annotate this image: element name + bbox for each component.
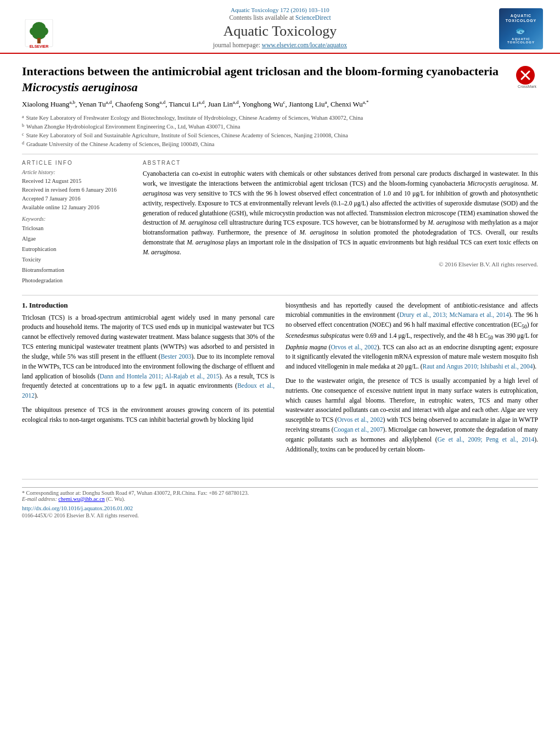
article-footer: * Corresponding author at: Donghu South … [22, 479, 538, 518]
article-title-section: Interactions between the antimicrobial a… [22, 64, 538, 95]
ref-bester2003[interactable]: Bester 2003 [161, 353, 192, 360]
section-divider-2 [22, 295, 538, 295]
ref-orvos2002b[interactable]: Orvos et al., 2002 [337, 416, 383, 423]
aquatic-toxicology-logo-img: AQUATICTOXIcoLOGY 🐟 AQUATIC TOXICOLOGY [499, 8, 543, 49]
keyword-biotransformation: Biotransformation [22, 265, 132, 276]
keyword-triclosan: Triclosan [22, 224, 132, 234]
keyword-eutrophication: Eutrophication [22, 244, 132, 255]
keywords-list: Triclosan Algae Eutrophication Toxicity … [22, 224, 132, 286]
svg-text:ELSEVIER: ELSEVIER [30, 44, 49, 48]
ref-bedoux2012[interactable]: Bedoux et al., 2012 [22, 382, 275, 399]
crossmark-label: CrossMark [516, 85, 538, 88]
aquatic-toxicology-logo-box: AQUATICTOXIcoLOGY 🐟 AQUATIC TOXICOLOGY [491, 8, 551, 53]
svg-rect-5 [37, 38, 41, 43]
doi-link[interactable]: http://dx.doi.org/10.1016/j.aquatox.2016… [22, 505, 133, 511]
crossmark-badge[interactable]: CrossMark [516, 66, 538, 88]
email-link[interactable]: chemi.wu@ihb.ac.cn [58, 496, 104, 502]
crossmark-circle [516, 66, 535, 85]
ref-raut2010[interactable]: Raut and Angus 2010; Ishibashi et al., 2… [423, 363, 533, 370]
aquatic-logo-text-bottom: AQUATIC TOXICOLOGY [501, 37, 541, 44]
footer-issn: 0166-445X/© 2016 Elsevier B.V. All right… [22, 512, 538, 518]
ref-ge2009[interactable]: Ge et al., 2009; Peng et al., 2014 [438, 436, 535, 443]
article-info-heading: ARTICLE INFO [22, 160, 132, 166]
abstract-heading: ABSTRACT [143, 160, 538, 166]
section1-right-para2: Due to the wastewater origin, the presen… [285, 376, 538, 455]
aquatic-logo-fish-icon: 🐟 [515, 24, 527, 36]
received-revised-date: Received in revised form 6 January 2016 [22, 186, 132, 194]
sciencedirect-link[interactable]: ScienceDirect [295, 14, 331, 21]
article-info-abstract: ARTICLE INFO Article history: Received 1… [22, 160, 538, 286]
article-history-label: Article history: [22, 169, 132, 175]
ref-dann2011[interactable]: Dann and Hontela 2011; Al-Rajab et al., … [100, 373, 220, 380]
footer-doi: http://dx.doi.org/10.1016/j.aquatox.2016… [22, 505, 538, 511]
section1-title: 1. Introduction [22, 301, 275, 310]
accepted-date: Accepted 7 January 2016 [22, 194, 132, 203]
keyword-photodegradation: Photodegradation [22, 276, 132, 286]
abstract-text: Cyanobacteria can co-exist in eutrophic … [143, 169, 538, 257]
affiliations: aState Key Laboratory of Freshwater Ecol… [22, 114, 538, 148]
ref-orvos2002[interactable]: Orvos et al., 2002 [331, 344, 377, 350]
ref-drury2013[interactable]: Drury et al., 2013; McNamara et al., 201… [399, 311, 509, 318]
authors-line: Xiaolong Huanga,b, Yenan Tua,d, Chaofeng… [22, 98, 538, 110]
elsevier-logo: ELSEVIER [9, 19, 69, 53]
section1-right-para1: biosynthesis and has reportedly caused t… [285, 301, 538, 372]
article-title: Interactions between the antimicrobial a… [22, 64, 516, 95]
footnote-corresponding: * Corresponding author at: Donghu South … [22, 487, 538, 502]
homepage-line: journal homepage: www.elsevier.com/locat… [69, 42, 491, 48]
keyword-algae: Algae [22, 234, 132, 244]
journal-title-header: Aquatic Toxicology [69, 23, 491, 40]
journal-header: ELSEVIER Aquatic Toxicology 172 (2016) 1… [0, 0, 560, 54]
col-left: 1. Introduction Triclosan (TCS) is a bro… [22, 301, 275, 459]
two-col-body: 1. Introduction Triclosan (TCS) is a bro… [22, 301, 538, 459]
aquatic-logo-text-top: AQUATICTOXIcoLOGY [506, 14, 537, 23]
article-info-col: ARTICLE INFO Article history: Received 1… [22, 160, 132, 286]
header-center: Aquatic Toxicology 172 (2016) 103–110 Co… [69, 4, 491, 53]
keywords-label: Keywords: [22, 216, 132, 222]
ref-coogan2007[interactable]: Coogan et al., 2007 [334, 426, 383, 433]
copyright-line: © 2016 Elsevier B.V. All rights reserved… [143, 261, 538, 267]
contents-available-line: Contents lists available at ScienceDirec… [69, 14, 491, 21]
available-online-date: Available online 12 January 2016 [22, 203, 132, 212]
keyword-toxicity: Toxicity [22, 255, 132, 265]
section-divider-1 [22, 154, 538, 154]
section1-para2: The ubiquitous presence of TCS in the en… [22, 405, 275, 425]
section1-para1: Triclosan (TCS) is a broad-spectrum anti… [22, 313, 275, 401]
col-right: biosynthesis and has reportedly caused t… [285, 301, 538, 459]
homepage-link[interactable]: www.elsevier.com/locate/aquatox [262, 42, 347, 48]
received-date: Received 12 August 2015 [22, 177, 132, 186]
abstract-col: ABSTRACT Cyanobacteria can co-exist in e… [143, 160, 538, 286]
article-body: Interactions between the antimicrobial a… [0, 54, 560, 470]
doi-line: Aquatic Toxicology 172 (2016) 103–110 [69, 4, 491, 14]
